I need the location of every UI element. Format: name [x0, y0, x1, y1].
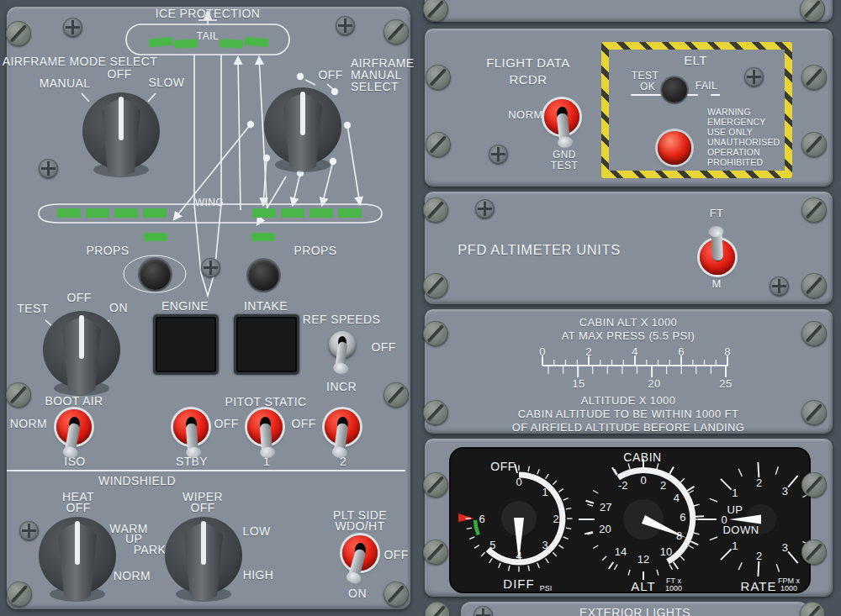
screw: [801, 132, 827, 157]
boot-air-knob[interactable]: [31, 299, 132, 408]
pitot-static-title: PITOT STATIC: [225, 395, 306, 408]
norm-label: NORM: [10, 417, 47, 430]
screw: [801, 197, 827, 223]
windshield-wiper-knob[interactable]: [153, 505, 254, 614]
overhead-panel: TAIL WING ICE PROTECTION AIRFRAME MODE S…: [0, 0, 841, 616]
scale-top-6: 6: [678, 345, 685, 358]
windshield-heat-knob[interactable]: [27, 505, 128, 614]
elt-ok-underline: [631, 94, 661, 96]
svg-text:27: 27: [600, 501, 611, 513]
elt-title: ELT: [684, 53, 707, 67]
screw: [423, 400, 448, 425]
svg-text:2: 2: [756, 550, 762, 562]
svg-text:3: 3: [782, 541, 788, 554]
screw: [426, 132, 451, 157]
cabin-pressure-gauges: OFF DIFF PSI CABIN ALT FT x 1000 UP DOWN…: [448, 446, 812, 594]
screw-phillips: [336, 16, 355, 35]
screw: [801, 65, 827, 90]
elt-warning-line6: PROHIBITED: [707, 157, 763, 167]
scale-top-8: 8: [724, 345, 731, 358]
pitot-off1-label: OFF: [214, 417, 238, 430]
elt-ok-label: OK: [640, 81, 655, 92]
elt-test-label: TEST: [632, 70, 659, 82]
placard-line3: ALTITUDE X 1000: [581, 394, 676, 407]
elt-test-button[interactable]: [662, 77, 687, 103]
boot-air-norm-iso-switch[interactable]: [56, 409, 92, 445]
elt-warning-line1: WARNING: [707, 107, 751, 117]
pitot-stby-switch[interactable]: [173, 409, 209, 445]
elt-warning-line3: USE ONLY: [707, 127, 753, 137]
alt-unit-line2: 1000: [665, 584, 682, 592]
scale-top-4: 4: [632, 345, 638, 358]
scale-top-2: 2: [585, 345, 592, 358]
props-right-button[interactable]: [248, 260, 279, 291]
scale-bottom-25: 25: [719, 377, 732, 390]
elt-warning-line2: EMERGENCY: [707, 117, 765, 127]
pfd-altimeter-title: PFD ALTIMETER UNITS: [458, 242, 621, 258]
pitot-off2-label: OFF: [291, 417, 315, 430]
fdr-gnd-label: GND: [553, 149, 576, 161]
svg-text:1: 1: [732, 487, 738, 499]
airframe-mode-select-title: AIRFRAME MODE SELECT: [3, 55, 158, 68]
screw-phillips: [63, 18, 82, 37]
svg-text:10: 10: [660, 545, 672, 558]
elt-warning-line5: OPERATION: [707, 147, 760, 157]
props-left-button[interactable]: [140, 259, 171, 290]
airframe-manual-line3: SELECT: [351, 80, 399, 93]
svg-text:3: 3: [782, 485, 788, 498]
screw: [423, 472, 448, 498]
svg-text:8: 8: [676, 529, 682, 542]
intake-htr-indicator: [234, 314, 299, 375]
fdr-test-label: TEST: [551, 160, 578, 171]
screw-phillips: [19, 521, 39, 540]
screw-phillips: [39, 159, 58, 178]
placard-line2: AT MAX PRESS (5.5 PSI): [562, 329, 696, 342]
svg-text:0: 0: [721, 513, 727, 526]
rate-up-label: UP: [727, 503, 743, 516]
svg-text:6: 6: [479, 513, 484, 525]
placard-line4: CABIN ALTITUDE TO BE WITHIN 1000 FT: [518, 408, 739, 420]
engine-htr-indicator: [153, 314, 219, 375]
windshield-divider: [7, 470, 405, 471]
pitot-2-switch[interactable]: [325, 409, 360, 445]
ref-speeds-switch[interactable]: [329, 331, 356, 358]
svg-text:20: 20: [599, 523, 611, 535]
screw: [801, 400, 827, 425]
svg-text:1: 1: [732, 540, 738, 552]
screw: [425, 602, 450, 616]
elt-activate-button[interactable]: [658, 131, 691, 165]
diff-label: DIFF: [503, 577, 534, 591]
tail-label: TAIL: [197, 30, 219, 42]
screw: [423, 321, 448, 346]
rate-down-label: DOWN: [722, 524, 759, 536]
ref-off-label: OFF: [371, 340, 395, 354]
screw: [800, 602, 825, 616]
engine-label: ENGINE: [161, 299, 209, 313]
screw: [801, 472, 827, 498]
svg-text:-2: -2: [618, 479, 628, 492]
screw: [423, 540, 448, 565]
placard-line5: OF AIRFIELD ALTITUDE BEFORE LANDING: [512, 421, 745, 434]
svg-text:0: 0: [516, 476, 521, 488]
screw: [801, 540, 827, 565]
screw-phillips: [201, 258, 220, 277]
screw: [801, 273, 827, 298]
props-left-label: PROPS: [86, 244, 129, 257]
plt-on-label: ON: [348, 587, 367, 600]
pfd-altimeter-units-switch[interactable]: [700, 240, 735, 275]
elt-fail-dash2: [711, 94, 720, 96]
screw: [7, 582, 32, 607]
svg-text:4: 4: [516, 550, 521, 562]
plt-side-wdo-ht-switch[interactable]: [342, 535, 378, 571]
screw: [383, 582, 409, 607]
ref-incr-label: INCR: [326, 380, 357, 393]
airframe-manual-select-knob[interactable]: [252, 76, 353, 185]
airframe-mode-select-knob[interactable]: [71, 81, 172, 190]
fdr-norm-label: NORM: [508, 108, 542, 121]
intake-label: INTAKE: [244, 299, 288, 313]
placard-line1: CABIN ALT X 1000: [579, 316, 677, 329]
fdr-switch[interactable]: [544, 99, 579, 134]
pitot-1-switch[interactable]: [247, 409, 283, 445]
elt-fail-dash1: [687, 94, 698, 96]
svg-text:2: 2: [756, 476, 762, 489]
